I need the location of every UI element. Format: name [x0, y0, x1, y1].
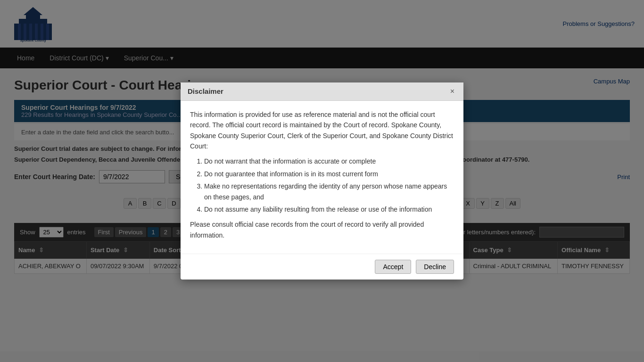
modal-list-item: Do not warrant that the information is a…	[204, 156, 454, 166]
modal-list: Do not warrant that the information is a…	[204, 156, 454, 214]
modal-footer: Accept Decline	[181, 254, 463, 280]
modal-body: This information is provided for use as …	[181, 101, 463, 254]
modal-list-item: Make no representations regarding the id…	[204, 181, 454, 202]
modal-list-item: Do not guarantee that information is in …	[204, 169, 454, 179]
modal-box: Disclaimer × This information is provide…	[181, 82, 463, 280]
modal-close-button[interactable]: ×	[448, 87, 456, 96]
modal-overlay: Disclaimer × This information is provide…	[0, 0, 644, 351]
modal-list-item: Do not assume any liability resulting fr…	[204, 204, 454, 214]
decline-button[interactable]: Decline	[416, 260, 454, 274]
modal-intro: This information is provided for use as …	[190, 109, 454, 152]
modal-title: Disclaimer	[188, 87, 223, 95]
accept-button[interactable]: Accept	[375, 260, 411, 274]
modal-header: Disclaimer ×	[181, 82, 463, 101]
modal-outro: Please consult official case records fro…	[190, 219, 454, 240]
